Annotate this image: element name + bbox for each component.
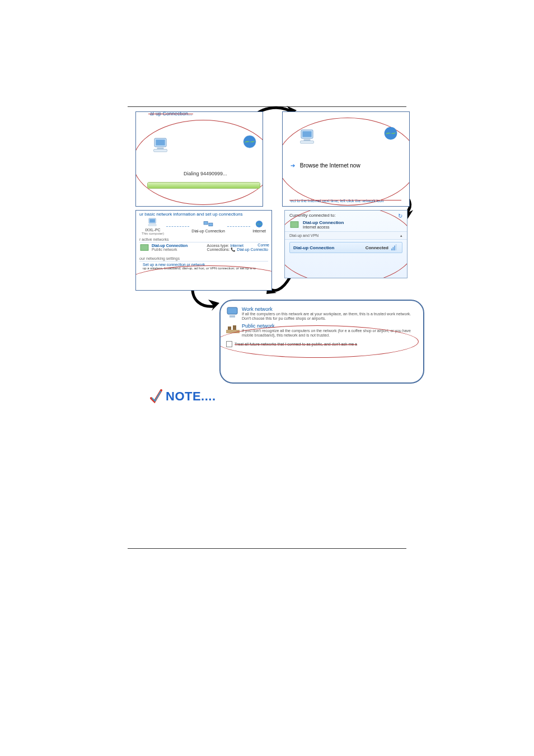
public-network-desc: If you don't recognize all the computers… [242,329,418,338]
globe-icon [242,134,257,150]
browse-label: Browse the Internet now [300,162,360,169]
svg-rect-24 [229,315,235,318]
svg-rect-21 [394,246,395,251]
figure-area: al-up Connection... Dialing 94490999... … [128,106,406,549]
page-root: al-up Connection... Dialing 94490999... … [0,0,534,756]
dialing-status-text: Dialing 94490999... [184,171,227,176]
panel-network-location: Work network If all the computers on thi… [219,300,424,384]
work-network-desc: If all the computers on this network are… [242,312,418,321]
panel-network-flyout: Currently connected to: ↻ Dial-up Connec… [284,210,407,278]
network-map-row: IXXL-PC This computer) Dial-up Connectio… [136,218,271,235]
node-internet-label: Internet [252,229,266,233]
svg-rect-22 [396,244,397,250]
chevron-up-icon: ▴ [400,234,402,238]
hint-strike [289,200,401,200]
refresh-icon[interactable]: ↻ [398,213,402,219]
computer-icon [153,137,170,154]
svg-rect-17 [140,245,148,251]
current-connection-sub: Internet access [303,225,344,229]
svg-rect-1 [156,139,165,146]
svg-rect-27 [233,325,236,330]
signal-icon [391,244,399,251]
active-network-name[interactable]: Dial-up Connection [152,244,188,248]
active-networks-section: r active networks [139,237,268,242]
svg-rect-26 [228,326,231,330]
connection-item[interactable]: Dial-up Connection Connected [289,242,402,253]
section-label: Dial-up and VPN [289,234,318,238]
setup-new-connection-link[interactable]: Set up a new connection or network [143,263,267,267]
svg-rect-25 [226,330,240,333]
svg-rect-8 [304,139,311,141]
svg-rect-23 [227,307,237,314]
svg-rect-20 [393,247,394,250]
currently-connected-heading: Currently connected to: [289,213,336,219]
current-connection-name: Dial-up Connection [303,220,344,225]
network-icon [139,244,149,251]
computer-icon [299,129,316,146]
treat-as-public-checkbox-row[interactable]: Treat all future networks that I connect… [226,341,418,347]
current-connection-row: Dial-up Connection Internet access [289,220,402,229]
arrow-right-icon: ➔ [291,162,295,169]
svg-rect-15 [209,223,213,226]
svg-rect-2 [157,148,164,150]
public-network-title: Public network [242,323,418,329]
node-pc-sublabel: This computer) [142,232,164,235]
dialup-vpn-section[interactable]: Dial-up and VPN ▴ [285,231,407,240]
public-network-icon [226,323,242,338]
svg-rect-18 [291,222,298,228]
public-network-option[interactable]: Public network If you don't recognize al… [226,323,418,338]
setup-desc: up a wireless, broadband, dial-up, ad ho… [143,267,267,270]
note-text: NOTE.... [166,389,216,404]
svg-rect-3 [154,150,167,152]
access-type-label: Access type: [207,244,229,248]
svg-rect-7 [302,131,312,137]
panel-dialing: al-up Connection... Dialing 94490999... [135,111,263,207]
globe-icon [255,220,263,228]
connections-value[interactable]: Dial-up Connectio [237,248,268,251]
checkbox-icon[interactable] [226,341,232,347]
work-network-title: Work network [242,306,418,312]
active-network-row: Dial-up Connection Public network Access… [139,244,268,252]
globe-icon [383,126,398,142]
node-mid-label: Dial-up Connection [191,229,225,233]
node-pc-label: IXXL-PC [142,228,164,232]
checkmark-icon [150,389,162,404]
work-network-icon [226,306,242,321]
browse-internet-link[interactable]: ➔ Browse the Internet now [291,162,360,169]
computer-icon [148,218,158,227]
checkbox-label: Treat all future networks that I connect… [235,342,357,346]
progress-bar [147,182,260,189]
panel-browse-now: ➔ Browse the Internet now ect to the Int… [282,111,410,207]
ann-circle [135,120,263,205]
ns-heading: ur basic network information and set up … [136,211,271,218]
network-icon [289,221,299,228]
network-icon [203,220,213,228]
connections-label: Connections: [207,248,230,251]
work-network-option[interactable]: Work network If all the computers on thi… [226,306,418,321]
see-full-map-link[interactable]: Conne [257,243,269,247]
svg-rect-13 [148,225,156,226]
panel-network-sharing: ur basic network information and set up … [135,210,272,291]
note-callout: NOTE.... [150,389,216,404]
connection-status: Connected [366,245,388,250]
svg-rect-9 [301,141,314,144]
svg-rect-14 [204,222,208,225]
svg-rect-12 [149,219,155,222]
connection-item-name: Dial-up Connection [293,245,334,250]
title-strike [148,114,193,114]
settings-section: our networking settings [139,256,268,262]
active-network-type: Public network [152,248,188,251]
svg-rect-19 [391,249,392,250]
access-type-value: Internet [230,244,243,248]
